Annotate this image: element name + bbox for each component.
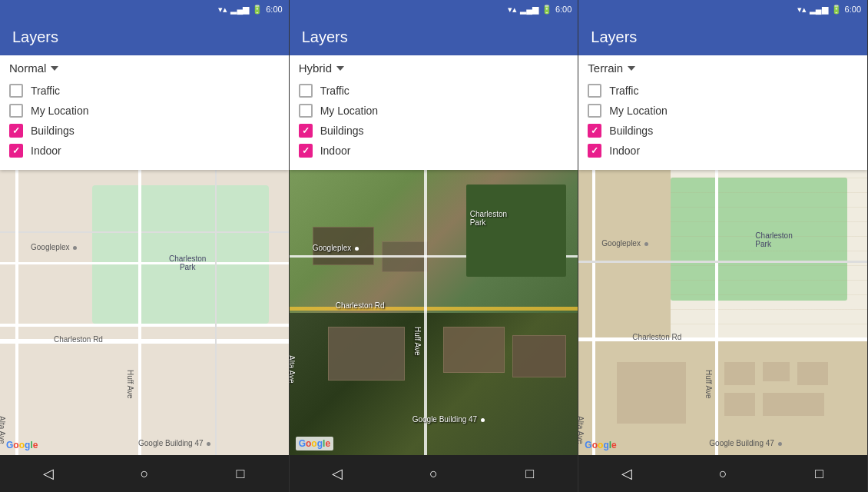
- checkbox-buildings-normal[interactable]: [9, 124, 23, 138]
- recents-button-hybrid[interactable]: □: [515, 458, 545, 489]
- home-button-terrain[interactable]: ○: [707, 458, 738, 489]
- wifi-icon-terrain: ▾▴: [797, 5, 807, 15]
- checkbox-indoor-hybrid[interactable]: [299, 144, 313, 158]
- status-icons-terrain: ▾▴ ▂▄▆ 🔋 6:00: [797, 5, 861, 15]
- checkbox-indoor-terrain[interactable]: [588, 144, 601, 158]
- dropdown-panel-hybrid: Hybrid Traffic My Location Buildings Ind…: [290, 55, 578, 170]
- layer-mylocation-normal[interactable]: My Location: [9, 101, 280, 121]
- terrain-label-google-bldg47: Google Building 47: [709, 439, 781, 447]
- road-charleston: [0, 339, 289, 344]
- checkbox-buildings-hybrid[interactable]: [299, 124, 313, 138]
- label-googleplex: Googleplex: [31, 243, 77, 251]
- map-type-select-normal[interactable]: Normal: [9, 62, 58, 75]
- layer-traffic-hybrid[interactable]: Traffic: [299, 81, 569, 101]
- signal-icon-hybrid: ▂▄▆: [520, 5, 538, 15]
- google-logo-terrain: Google: [585, 440, 616, 450]
- layer-indoor-label-normal: Indoor: [31, 145, 61, 157]
- terrain-bldg-2: [763, 362, 790, 381]
- layer-mylocation-hybrid[interactable]: My Location: [299, 101, 569, 121]
- layer-buildings-normal[interactable]: Buildings: [9, 121, 280, 141]
- checkbox-traffic-normal[interactable]: [9, 84, 23, 98]
- layer-mylocation-terrain[interactable]: My Location: [588, 101, 858, 121]
- hybrid-bldg-5: [512, 335, 566, 377]
- label-charleston-park: CharlestonPark: [169, 254, 206, 271]
- status-bar-hybrid: ▾▴ ▂▄▆ 🔋 6:00: [290, 0, 578, 18]
- home-button-hybrid[interactable]: ○: [419, 458, 449, 489]
- hybrid-road-huff: [424, 170, 427, 455]
- google-logo-hybrid: Google: [296, 437, 333, 450]
- layer-mylocation-label-normal: My Location: [31, 105, 88, 117]
- map-type-row-terrain[interactable]: Terrain: [588, 62, 858, 75]
- layer-buildings-label-hybrid: Buildings: [320, 125, 364, 137]
- terrain-road-alta: [592, 170, 595, 455]
- app-title-terrain: Layers: [591, 28, 637, 46]
- wifi-icon: ▾▴: [218, 5, 227, 15]
- layer-indoor-label-hybrid: Indoor: [320, 145, 351, 157]
- checkbox-traffic-hybrid[interactable]: [299, 84, 313, 98]
- layer-indoor-terrain[interactable]: Indoor: [588, 141, 858, 161]
- checkbox-traffic-terrain[interactable]: [588, 84, 601, 98]
- home-button-normal[interactable]: ○: [129, 458, 160, 489]
- label-charleston-rd: Charleston Rd: [54, 335, 103, 344]
- hybrid-bldg-3: [328, 327, 405, 381]
- dropdown-arrow-normal: [51, 66, 58, 71]
- back-button-normal[interactable]: ◁: [33, 458, 64, 489]
- road-v-3: [215, 170, 217, 455]
- layer-traffic-terrain[interactable]: Traffic: [588, 81, 858, 101]
- terrain-label-huff-ave: Huff Ave: [704, 370, 713, 398]
- checkbox-mylocation-normal[interactable]: [9, 104, 23, 118]
- layer-traffic-normal[interactable]: Traffic: [9, 81, 280, 101]
- panel-normal: ▾▴ ▂▄▆ 🔋 6:00 Layers Normal Traffic My L…: [0, 0, 290, 492]
- road-v-huff: [138, 170, 141, 455]
- map-type-row-normal[interactable]: Normal: [9, 62, 280, 75]
- terrain-label-alta-ave: Alta Ave: [578, 416, 585, 444]
- hybrid-label-huff-ave: Huff Ave: [413, 327, 422, 355]
- map-type-label-hybrid: Hybrid: [299, 62, 332, 75]
- layer-buildings-hybrid[interactable]: Buildings: [299, 121, 569, 141]
- terrain-label-charleston-park: CharlestonPark: [755, 231, 792, 248]
- hybrid-label-charleston-park: CharlestonPark: [470, 210, 507, 227]
- map-type-select-hybrid[interactable]: Hybrid: [299, 62, 344, 75]
- terrain-label-googleplex: Googleplex: [601, 239, 648, 248]
- app-bar-normal: Layers: [0, 18, 289, 55]
- map-type-row-hybrid[interactable]: Hybrid: [299, 62, 569, 75]
- label-google-bldg47: Google Building 47: [138, 439, 210, 447]
- recents-button-normal[interactable]: □: [225, 458, 256, 489]
- layer-indoor-label-terrain: Indoor: [609, 145, 640, 157]
- terrain-bldg-5: [763, 393, 824, 416]
- layer-indoor-normal[interactable]: Indoor: [9, 141, 280, 161]
- terrain-bldg-3: [797, 362, 828, 385]
- map-type-label-terrain: Terrain: [588, 62, 623, 75]
- layer-indoor-hybrid[interactable]: Indoor: [299, 141, 569, 161]
- map-type-select-terrain[interactable]: Terrain: [588, 62, 635, 75]
- checkbox-mylocation-hybrid[interactable]: [299, 104, 313, 118]
- map-area-normal[interactable]: Googleplex CharlestonPark Charleston Rd …: [0, 170, 289, 455]
- hybrid-bldg-4: [443, 327, 505, 373]
- panel-terrain: ▾▴ ▂▄▆ 🔋 6:00 Layers Terrain Traffic My …: [578, 0, 868, 492]
- map-area-hybrid[interactable]: Googleplex CharlestonPark Charleston Rd …: [290, 170, 578, 455]
- hybrid-label-googleplex: Googleplex: [313, 244, 359, 252]
- signal-icon: ▂▄▆: [230, 5, 249, 15]
- status-bar-normal: ▾▴ ▂▄▆ 🔋 6:00: [0, 0, 289, 18]
- checkbox-buildings-terrain[interactable]: [588, 124, 601, 138]
- wifi-icon-hybrid: ▾▴: [508, 5, 517, 15]
- layer-buildings-terrain[interactable]: Buildings: [588, 121, 858, 141]
- checkbox-indoor-normal[interactable]: [9, 144, 23, 158]
- google-logo-normal: Google: [6, 440, 38, 450]
- checkbox-mylocation-terrain[interactable]: [588, 104, 601, 118]
- hybrid-park: [466, 184, 566, 277]
- back-button-terrain[interactable]: ◁: [611, 458, 642, 489]
- label-alta-ave: Alta Ave: [0, 416, 6, 444]
- label-huff-ave: Huff Ave: [126, 370, 134, 398]
- back-button-hybrid[interactable]: ◁: [322, 458, 353, 489]
- battery-icon-hybrid: 🔋: [542, 5, 552, 15]
- recents-button-terrain[interactable]: □: [803, 458, 834, 489]
- map-area-terrain[interactable]: Googleplex CharlestonPark Charleston Rd …: [578, 170, 867, 455]
- app-title-hybrid: Layers: [302, 28, 348, 46]
- road-h-3: [0, 231, 289, 233]
- signal-icon-terrain: ▂▄▆: [810, 5, 828, 15]
- dropdown-arrow-hybrid: [336, 66, 344, 71]
- layer-mylocation-label-terrain: My Location: [609, 105, 667, 117]
- terrain-bldg-4: [724, 393, 755, 416]
- dropdown-panel-terrain: Terrain Traffic My Location Buildings In…: [578, 55, 867, 170]
